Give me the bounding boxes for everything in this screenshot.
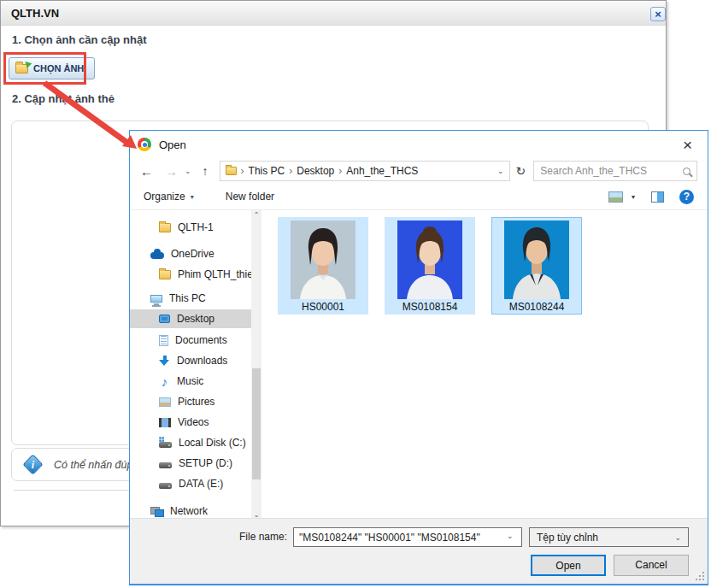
step1-heading: 1. Chọn ảnh cần cập nhật [12, 33, 146, 46]
dialog-title: Open [159, 138, 186, 151]
info-icon [22, 454, 43, 474]
network-icon [150, 507, 163, 516]
documents-icon [159, 335, 168, 346]
sidebar-item-label: Phim QLTH_thie [178, 268, 251, 280]
sidebar-item-downloads[interactable]: Downloads [130, 351, 251, 370]
cancel-button[interactable]: Cancel [614, 555, 689, 576]
downloads-icon [159, 356, 170, 367]
music-icon: ♪ [159, 376, 170, 387]
dialog-content: QLTH-1 OneDrive Phim QLTH_thie This PC D… [130, 210, 708, 520]
drive-icon [159, 442, 172, 448]
folder-icon [226, 167, 237, 175]
open-file-dialog: Open × ← → ⌄ ↑ › This PC › Desktop › Anh… [129, 130, 708, 585]
file-thumbnail-hs00001[interactable]: HS00001 [278, 217, 368, 315]
portrait-photo [291, 220, 356, 299]
open-button[interactable]: Open [531, 555, 606, 576]
sidebar-item-label: Desktop [177, 313, 214, 325]
sidebar-item-desktop[interactable]: Desktop [130, 309, 251, 328]
file-name-label: HS00001 [302, 301, 344, 313]
command-toolbar: Organize ▾ New folder ▾ ? [130, 184, 708, 210]
sidebar-item-pictures[interactable]: Pictures [130, 392, 251, 411]
annotation-highlight-box [3, 52, 86, 85]
sidebar-item-label: QLTH-1 [178, 221, 214, 233]
folder-icon [159, 223, 171, 232]
desktop-icon [159, 315, 170, 323]
sidebar-scrollbar[interactable]: ⌃ ⌄ [251, 210, 261, 520]
breadcrumb-separator: › [241, 165, 244, 177]
scrollbar-thumb[interactable] [252, 368, 261, 479]
chrome-icon [138, 138, 151, 151]
sidebar-item-label: Local Disk (C:) [179, 437, 246, 449]
file-name-label: MS0108244 [509, 301, 565, 313]
search-input[interactable] [540, 165, 679, 177]
close-icon: × [655, 9, 661, 20]
breadcrumb-separator: › [289, 165, 292, 177]
help-icon[interactable]: ? [679, 190, 694, 204]
address-breadcrumb-bar[interactable]: › This PC › Desktop › Anh_the_THCS ⌄ [220, 161, 510, 181]
breadcrumb-desktop[interactable]: Desktop [297, 165, 334, 177]
view-dropdown-chevron-icon[interactable]: ▾ [632, 193, 635, 201]
sidebar-item-documents[interactable]: Documents [130, 331, 251, 350]
folder-icon [159, 270, 171, 279]
sidebar-item-label: OneDrive [171, 248, 214, 260]
chevron-down-icon: ⌄ [674, 533, 681, 542]
file-thumbnail-ms0108244[interactable]: MS0108244 [491, 217, 582, 315]
info-text: Có thể nhấn đúp [54, 459, 132, 471]
sidebar-item-data-e[interactable]: DATA (E:) [130, 474, 251, 493]
navigation-bar: ← → ⌄ ↑ › This PC › Desktop › Anh_the_TH… [130, 158, 708, 184]
history-dropdown-icon[interactable]: ⌄ [185, 167, 191, 175]
videos-icon [159, 418, 171, 427]
search-box [533, 161, 697, 181]
sidebar-item-onedrive[interactable]: OneDrive [130, 244, 251, 263]
sidebar-item-videos[interactable]: Videos [130, 413, 251, 432]
file-name-dropdown-icon[interactable]: ⌄ [507, 532, 514, 540]
sidebar-item-phim-qlth[interactable]: Phim QLTH_thie [130, 265, 251, 284]
breadcrumb-separator: › [338, 165, 342, 177]
this-pc-icon [150, 295, 162, 303]
breadcrumb-this-pc[interactable]: This PC [249, 165, 285, 177]
scroll-up-icon[interactable]: ⌃ [251, 210, 261, 220]
forward-icon[interactable]: → [165, 164, 178, 179]
back-icon[interactable]: ← [140, 164, 153, 179]
dialog-titlebar: Open × [130, 131, 708, 158]
pictures-icon [159, 397, 171, 407]
organize-menu[interactable]: Organize ▾ [144, 191, 194, 203]
step2-heading: 2. Cập nhật ảnh thẻ [12, 92, 115, 105]
new-folder-button[interactable]: New folder [226, 191, 274, 203]
qlth-window-title: QLTH.VN [11, 7, 59, 20]
address-dropdown-icon[interactable]: ⌄ [497, 167, 504, 175]
sidebar-item-label: DATA (E:) [179, 478, 223, 490]
file-name-field-label: File name: [215, 531, 287, 543]
up-icon[interactable]: ↑ [203, 164, 209, 178]
refresh-icon[interactable]: ↻ [516, 164, 526, 178]
breadcrumb-current-folder[interactable]: Anh_the_THCS [346, 165, 418, 177]
file-name-label: MS0108154 [403, 301, 458, 313]
sidebar-item-this-pc[interactable]: This PC [130, 289, 251, 308]
organize-label: Organize [144, 191, 185, 203]
sidebar-item-qlth-1[interactable]: QLTH-1 [130, 218, 251, 237]
toolbar-right-group: ▾ ? [608, 190, 694, 204]
sidebar-item-label: SETUP (D:) [179, 457, 232, 469]
qlth-titlebar: QLTH.VN [1, 1, 666, 26]
file-type-value: Tệp tùy chỉnh [537, 532, 598, 544]
sidebar-item-music[interactable]: ♪ Music [130, 372, 251, 391]
sidebar-item-label: Network [170, 505, 208, 517]
portrait-photo [504, 220, 569, 299]
search-icon[interactable] [683, 168, 690, 175]
file-thumbnail-ms0108154[interactable]: MS0108154 [385, 217, 475, 315]
resize-grip[interactable] [696, 572, 704, 580]
chevron-down-icon: ▾ [191, 193, 194, 201]
file-name-input[interactable] [293, 527, 522, 547]
screen: QLTH.VN × 1. Chọn ảnh cần cập nhật CHỌN … [0, 0, 711, 588]
view-thumbnails-icon[interactable] [608, 191, 623, 203]
sidebar-item-local-disk-c[interactable]: Local Disk (C:) [130, 433, 251, 452]
sidebar-item-label: Documents [175, 334, 227, 346]
qlth-close-button[interactable]: × [650, 7, 666, 21]
dialog-footer: File name: ⌄ Tệp tùy chỉnh ⌄ Open Cancel [130, 518, 708, 584]
portrait-photo [397, 220, 462, 299]
preview-pane-icon[interactable] [651, 191, 664, 203]
file-type-select[interactable]: Tệp tùy chỉnh ⌄ [529, 527, 689, 547]
sidebar-item-setup-d[interactable]: SETUP (D:) [130, 454, 251, 473]
dialog-close-button[interactable]: × [675, 137, 700, 153]
drive-icon [159, 462, 172, 468]
